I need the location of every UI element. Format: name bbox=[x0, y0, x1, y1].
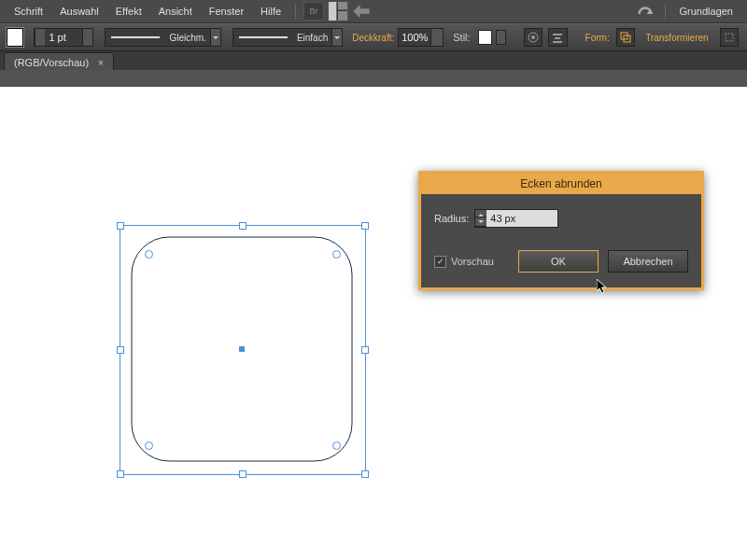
menu-hilfe[interactable]: Hilfe bbox=[252, 6, 289, 17]
canvas-area[interactable]: Ecken abrunden Radius: Vorschau OK Abbre… bbox=[0, 70, 747, 560]
menu-schrift[interactable]: Schrift bbox=[6, 6, 51, 17]
radius-step-down[interactable] bbox=[475, 217, 486, 227]
style-label: Stil: bbox=[453, 32, 470, 43]
corner-widget[interactable] bbox=[332, 250, 341, 259]
svg-rect-0 bbox=[329, 2, 336, 21]
opacity-field[interactable]: 100% bbox=[398, 28, 444, 47]
selection-handle[interactable] bbox=[239, 222, 247, 230]
preview-label: Vorschau bbox=[451, 256, 494, 267]
menu-bar: Schrift Auswahl Effekt Ansicht Fenster H… bbox=[0, 0, 747, 23]
transform-label[interactable]: Transformieren bbox=[645, 33, 708, 43]
form-label: Form: bbox=[585, 33, 610, 43]
menu-effekt[interactable]: Effekt bbox=[107, 6, 150, 17]
selection-center bbox=[239, 346, 245, 352]
svg-rect-5 bbox=[553, 34, 562, 35]
svg-rect-2 bbox=[338, 11, 347, 21]
selection-handle[interactable] bbox=[361, 470, 369, 478]
svg-point-4 bbox=[531, 35, 535, 39]
close-tab-icon[interactable]: × bbox=[98, 58, 104, 68]
radius-step-up[interactable] bbox=[475, 210, 486, 217]
selection-handle[interactable] bbox=[117, 470, 124, 478]
radius-field[interactable] bbox=[474, 209, 558, 228]
svg-rect-10 bbox=[726, 34, 733, 41]
corner-widget[interactable] bbox=[145, 250, 153, 259]
gpu-icon[interactable] bbox=[352, 3, 371, 20]
selection-handle[interactable] bbox=[361, 346, 369, 354]
round-corners-dialog: Ecken abrunden Radius: Vorschau OK Abbre… bbox=[418, 171, 704, 290]
svg-rect-6 bbox=[555, 37, 560, 39]
menu-fenster[interactable]: Fenster bbox=[201, 6, 252, 17]
stroke-cap-dropdown[interactable]: Gleichm. bbox=[105, 28, 220, 47]
stroke-weight-field[interactable]: 1 pt bbox=[34, 28, 93, 47]
artboard[interactable] bbox=[0, 87, 747, 560]
document-tab-label: (RGB/Vorschau) bbox=[14, 57, 89, 68]
selection-handle[interactable] bbox=[361, 222, 369, 230]
selection-handle[interactable] bbox=[239, 470, 247, 478]
ok-button[interactable]: OK bbox=[518, 250, 599, 273]
menu-auswahl[interactable]: Auswahl bbox=[51, 6, 107, 17]
shape-builder-icon[interactable] bbox=[616, 28, 635, 47]
recolor-icon[interactable] bbox=[524, 28, 543, 47]
selection-handle[interactable] bbox=[117, 346, 124, 354]
corner-widget[interactable] bbox=[332, 441, 341, 450]
corner-widget[interactable] bbox=[145, 441, 153, 450]
svg-rect-7 bbox=[553, 41, 562, 43]
align-icon[interactable] bbox=[548, 28, 567, 47]
arrange-docs-icon[interactable] bbox=[328, 2, 348, 21]
isolate-icon[interactable] bbox=[720, 28, 739, 47]
opacity-label: Deckkraft: bbox=[352, 33, 394, 43]
fill-swatch[interactable] bbox=[6, 27, 24, 48]
preview-checkbox[interactable] bbox=[434, 256, 446, 268]
workspace-switcher[interactable]: Grundlagen bbox=[671, 6, 742, 17]
style-swatch[interactable] bbox=[478, 30, 492, 45]
menu-ansicht[interactable]: Ansicht bbox=[150, 6, 201, 17]
radius-input[interactable] bbox=[486, 210, 557, 227]
document-tab[interactable]: (RGB/Vorschau) × bbox=[4, 52, 114, 72]
sync-icon[interactable] bbox=[633, 3, 657, 20]
radius-label: Radius: bbox=[434, 213, 469, 224]
selection-handle[interactable] bbox=[117, 222, 124, 230]
svg-rect-1 bbox=[338, 2, 347, 9]
dialog-title: Ecken abrunden bbox=[421, 174, 701, 194]
bridge-icon[interactable]: Br bbox=[303, 2, 324, 21]
cancel-button[interactable]: Abbrechen bbox=[608, 250, 688, 273]
control-bar: 1 pt Gleichm. Einfach Deckkraft: 100% St… bbox=[0, 23, 747, 51]
stroke-join-dropdown[interactable]: Einfach bbox=[233, 28, 343, 47]
style-dropdown-icon[interactable] bbox=[496, 30, 506, 45]
